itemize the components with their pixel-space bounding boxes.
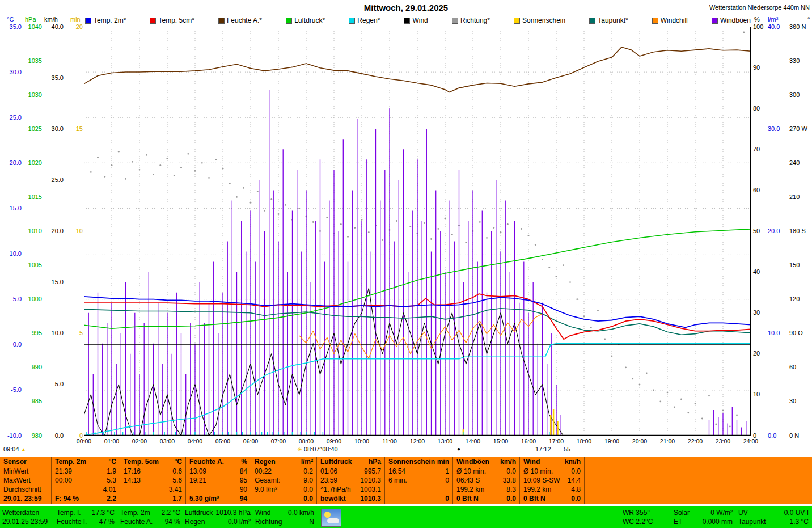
sensor-unit: km/h	[565, 457, 581, 467]
axis-label-deg: 30	[789, 398, 812, 405]
sensor-name: Luftdruck	[320, 457, 352, 467]
annotation-text: 17:12	[535, 446, 551, 453]
axis-label-pct: 50	[753, 227, 769, 235]
x-axis-label: 21:00	[658, 438, 677, 445]
statusbar-block: Temp. I.17.3 °CFeuchte I.47 %	[57, 508, 115, 526]
x-axis-label: 18:00	[574, 438, 594, 445]
sensor-column: Temp. 2m°C21:391.900:005.34.01F: 94 %2.2	[51, 457, 120, 504]
statusbar-row: Temp. I.17.3 °C	[57, 508, 115, 517]
status-value: 1010.3 hPa	[216, 508, 251, 517]
sensor-name: Feuchte A.	[189, 457, 224, 467]
axis-label-hpa: 1005	[23, 261, 42, 269]
legend-color-swatch	[349, 18, 355, 24]
axis-label-pct: 40	[753, 268, 769, 276]
wind-direction-dot	[646, 372, 648, 374]
legend-item: Taupunkt*	[589, 16, 628, 24]
legend-color-swatch	[452, 18, 458, 24]
axis-label-pct: 90	[753, 64, 769, 71]
cell-right: 3.41	[169, 485, 182, 494]
x-axis-label: 09:00	[324, 438, 344, 445]
cell-left: 199.2 km	[523, 485, 551, 494]
sensor-value-row: Gesamt:9.0	[251, 476, 316, 485]
wind-direction-dot	[257, 191, 259, 192]
status-label: 29.01.25 23:59	[2, 517, 48, 526]
status-value: 2.2 °C	[162, 508, 180, 517]
wind-direction-dot	[687, 412, 689, 414]
sensor-value-row: 199.2 km4.8	[520, 485, 584, 494]
cell-right: 0.0	[506, 467, 516, 476]
wind-direction-dot	[500, 231, 502, 233]
wind-direction-dot	[250, 202, 252, 204]
status-label: Feuchte A.	[120, 517, 153, 526]
axis-label-deg: 360 N	[789, 23, 812, 31]
wind-direction-dot	[243, 187, 244, 189]
wind-direction-dot	[270, 198, 272, 200]
wind-direction-dot	[97, 157, 99, 158]
sensor-unit: l/m²	[301, 457, 313, 467]
sub-annotation: ^08:40	[319, 446, 338, 453]
x-axis-label: 07:00	[269, 438, 288, 445]
wind-direction-dot	[708, 395, 710, 397]
sensor-value-row: 9.0 l/m²0.0	[251, 485, 316, 494]
legend-item: Wind	[404, 16, 428, 24]
axis-label-temp: 35.0	[0, 23, 22, 31]
cell-right: 0.0	[571, 467, 581, 476]
status-value: 0.0 l/m²	[228, 517, 251, 526]
sensor-column: LuftdruckhPa01:06995.723:591010.3^1.7hPa…	[316, 457, 384, 504]
sensor-value-row: 00:005.3	[52, 476, 120, 485]
status-value: 0 W/m²	[710, 508, 733, 517]
wind-direction-dot	[139, 169, 141, 171]
wind-direction-dot	[132, 161, 133, 163]
cell-right: 1.9	[107, 467, 116, 476]
wind-direction-dot	[667, 392, 669, 394]
x-axis-label: 00:00	[74, 438, 94, 445]
sensor-value-row: 00:220.2	[251, 467, 316, 476]
row-label-text: 29.01. 23:59	[3, 494, 41, 503]
cell-right: 4.01	[103, 485, 116, 494]
axis-label-deg: 180 S	[789, 227, 812, 235]
sensor-column-header: LuftdruckhPa	[317, 457, 384, 467]
axis-label-hpa: 1025	[23, 125, 42, 133]
sensor-column: Sonnenscheinmin16:5416 min.00	[384, 457, 452, 504]
status-label: WC 2.2°C	[623, 517, 653, 526]
sensor-table-row-labels: SensorMinWertMaxWertDurchschnitt29.01. 2…	[0, 457, 51, 504]
chart-legend: Temp. 2m*Temp. 5cm*Feuchte A.*Luftdruck*…	[85, 16, 751, 24]
sensor-column-header: Temp. 2m°C	[52, 457, 120, 467]
status-value: N	[309, 517, 314, 526]
wind-direction-dot	[563, 264, 564, 266]
weather-icon	[321, 509, 341, 527]
axis-label-hpa: 985	[23, 398, 42, 405]
wind-direction-dot	[611, 355, 613, 357]
legend-color-swatch	[218, 18, 225, 24]
axis-label-minax: 10	[66, 227, 83, 235]
wind-direction-dot	[597, 310, 599, 311]
statusbar-row: Solar0 W/m²	[674, 508, 733, 517]
axis-unit-deg: °	[807, 16, 810, 23]
sensor-value-row: 0.0	[251, 494, 316, 503]
wind-direction-dot	[722, 410, 724, 412]
sensor-value-row: 14:135.6	[120, 476, 185, 485]
axis-label-kmh: 35.0	[43, 74, 64, 82]
axis-label-minax: 20	[66, 23, 83, 31]
wind-direction-dot	[125, 178, 126, 180]
statusbar-block: UV0.0 UV-ITaupunkt1.3 °C	[738, 508, 809, 526]
sensor-column-header: Feuchte A.%	[186, 457, 251, 467]
wind-direction-dot	[507, 223, 509, 225]
wind-direction-dot	[639, 384, 641, 386]
wind-direction-dot	[312, 221, 314, 223]
sensor-value-row: 23:591010.3	[317, 476, 384, 485]
sensor-unit: hPa	[369, 457, 381, 467]
x-axis-label: 13:00	[435, 438, 455, 445]
row-label: MinWert	[0, 467, 51, 476]
sensor-value-row: 0	[385, 494, 452, 503]
status-value: 17.3 °C	[92, 508, 115, 517]
status-value: 0.000 mm	[703, 517, 733, 526]
cell-left: 0 Bft N	[523, 494, 545, 503]
sensor-name: Regen	[255, 457, 276, 467]
sensor-value-row: 21:391.9	[52, 467, 120, 476]
cell-left: 9.0 l/m²	[255, 485, 277, 494]
status-label: Wind	[255, 508, 270, 517]
legend-color-swatch	[286, 18, 292, 24]
wind-direction-dot	[430, 238, 432, 240]
legend-color-swatch	[652, 18, 658, 24]
